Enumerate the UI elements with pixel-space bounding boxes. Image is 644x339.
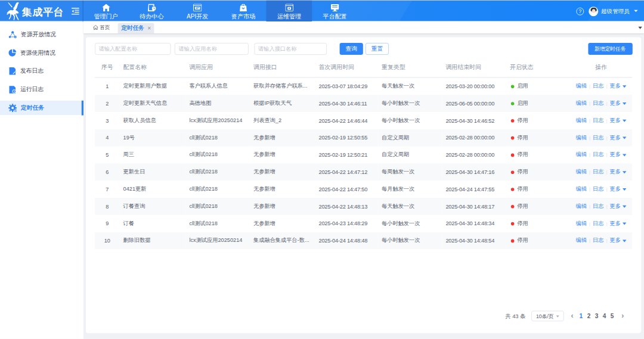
svg-text:API: API (196, 7, 199, 10)
